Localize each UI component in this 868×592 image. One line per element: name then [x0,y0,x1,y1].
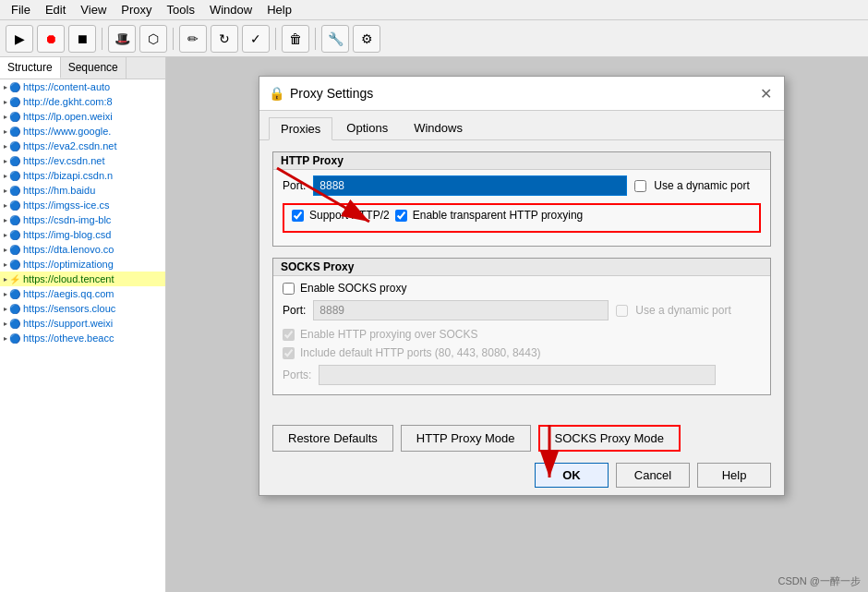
socks-proxy-label: SOCKS Proxy [273,259,770,276]
bottom-text: CSDN @一醉一步 [778,575,861,586]
include-default-ports-label: Include default HTTP ports (80, 443, 808… [300,346,541,359]
tab-sequence[interactable]: Sequence [61,57,127,79]
tab-options[interactable]: Options [334,116,400,139]
list-item[interactable]: ▸🔵https://bizapi.csdn.n [0,168,165,183]
list-item-highlighted[interactable]: ▸⚡https://cloud.tencent [0,272,165,286]
dialog-title: 🔒 Proxy Settings [269,86,373,101]
socks-port-label: Port: [283,304,306,317]
list-item[interactable]: ▸🔵https://img-blog.csd [0,227,165,242]
toolbar-sep-3 [275,28,276,50]
toolbar-btn-stop[interactable]: ⏹ [68,25,96,53]
list-item[interactable]: ▸🔵https://support.weixi [0,316,165,331]
list-item[interactable]: ▸🔵https://aegis.qq.com [0,286,165,301]
support-http2-row: Support HTTP/2 Enable transparent HTTP p… [292,209,752,222]
menu-file[interactable]: File [4,1,38,18]
toolbar-btn-check[interactable]: ✓ [242,25,270,53]
tab-structure[interactable]: Structure [0,57,61,79]
enable-socks-checkbox[interactable] [283,283,295,295]
menu-view[interactable]: View [73,1,114,18]
toolbar-btn-record-stop[interactable]: ⏺ [37,25,65,53]
ports-row: Ports: [283,365,761,385]
socks-proxy-body: Enable SOCKS proxy Port: Use a dynamic p… [273,276,770,394]
list-item[interactable]: ▸🔵https://imgss-ice.cs [0,198,165,212]
http-dynamic-port-checkbox[interactable] [634,180,646,192]
help-button[interactable]: Help [697,463,771,488]
tab-proxies[interactable]: Proxies [269,117,332,140]
toolbar-btn-settings[interactable]: 🔧 [321,25,349,53]
dialog-content: HTTP Proxy Port: Use a dynamic port [259,140,784,417]
list-item[interactable]: ▸🔵http://de.gkht.com:8 [0,94,165,109]
list-item[interactable]: ▸🔵https://hm.baidu [0,183,165,198]
bottom-bar: CSDN @一醉一步 [771,571,868,592]
socks-dynamic-port-checkbox[interactable] [616,305,628,317]
proxy-settings-dialog: 🔒 Proxy Settings ✕ Proxies Options Windo… [259,76,785,496]
sidebar: Structure Sequence ▸🔵https://content-aut… [0,57,166,592]
menu-tools[interactable]: Tools [160,1,202,18]
http-proxy-label: HTTP Proxy [273,152,770,170]
menu-window[interactable]: Window [202,1,259,18]
http-over-socks-row: Enable HTTP proxying over SOCKS [283,328,761,341]
http-proxy-body: Port: Use a dynamic port Support HTTP/2 [273,170,770,246]
list-item[interactable]: ▸🔵https://sensors.clouc [0,301,165,316]
http-dynamic-port-label: Use a dynamic port [654,179,749,192]
toolbar-btn-hex[interactable]: ⬡ [139,25,167,53]
menu-proxy[interactable]: Proxy [114,1,159,18]
dialog-title-icon: 🔒 [269,86,284,101]
socks-port-row: Port: Use a dynamic port [283,300,761,320]
list-item[interactable]: ▸🔵https://eva2.csdn.net [0,139,165,153]
dialog-titlebar: 🔒 Proxy Settings ✕ [259,77,784,111]
http-proxy-mode-button[interactable]: HTTP Proxy Mode [401,425,531,452]
list-item[interactable]: ▸🔵https://dta.lenovo.co [0,242,165,257]
list-item[interactable]: ▸🔵https://csdn-img-blc [0,212,165,227]
toolbar-btn-record-start[interactable]: ▶ [6,25,33,53]
include-default-ports-checkbox[interactable] [283,347,295,359]
menu-help[interactable]: Help [259,1,299,18]
toolbar-btn-refresh[interactable]: ↻ [211,25,238,53]
toolbar-sep-1 [102,28,102,50]
http-proxy-section: HTTP Proxy Port: Use a dynamic port [272,151,771,247]
content-area: 🔒 Proxy Settings ✕ Proxies Options Windo… [166,57,868,592]
toolbar-btn-edit[interactable]: ✏ [179,25,207,53]
dialog-title-text: Proxy Settings [290,86,373,101]
socks-proxy-section: SOCKS Proxy Enable SOCKS proxy Port: Use… [272,258,771,395]
ok-button[interactable]: OK [535,463,609,488]
http-over-socks-label: Enable HTTP proxying over SOCKS [300,328,478,341]
dialog-buttons-left: Restore Defaults HTTP Proxy Mode SOCKS P… [272,425,681,452]
close-button[interactable]: ✕ [756,84,775,103]
ports-input[interactable] [319,365,716,385]
sidebar-tabs: Structure Sequence [0,57,165,79]
enable-transparent-checkbox[interactable] [395,210,407,222]
support-http2-checkbox[interactable] [292,210,304,222]
list-item[interactable]: ▸🔵https://www.google. [0,124,165,139]
dialog-ok-buttons: OK Cancel Help [259,459,784,495]
enable-socks-row: Enable SOCKS proxy [283,282,761,295]
support-http2-label: Support HTTP/2 [309,209,390,222]
http-port-row: Port: Use a dynamic port [283,175,761,196]
toolbar-sep-4 [315,28,316,50]
http-options-highlight: Support HTTP/2 Enable transparent HTTP p… [283,203,761,233]
menu-edit[interactable]: Edit [38,1,73,18]
list-item[interactable]: ▸🔵https://lp.open.weixi [0,109,165,124]
list-item[interactable]: ▸🔵https://ev.csdn.net [0,153,165,168]
socks-dynamic-port-label: Use a dynamic port [635,304,730,317]
toolbar-btn-delete[interactable]: 🗑 [282,25,309,53]
toolbar: ▶ ⏺ ⏹ 🎩 ⬡ ✏ ↻ ✓ 🗑 🔧 ⚙ [0,20,868,57]
tab-windows[interactable]: Windows [402,116,475,139]
dialog-tabs: Proxies Options Windows [259,111,784,140]
dialog-action-buttons: Restore Defaults HTTP Proxy Mode SOCKS P… [259,417,784,459]
menubar: File Edit View Proxy Tools Window Help [0,0,868,20]
list-item[interactable]: ▸🔵https://content-auto [0,79,165,94]
toolbar-btn-hat[interactable]: 🎩 [108,25,136,53]
enable-transparent-label: Enable transparent HTTP proxying [413,209,584,222]
socks-port-input[interactable] [313,300,609,320]
http-over-socks-checkbox[interactable] [283,329,295,341]
ports-label: Ports: [283,368,311,381]
restore-defaults-button[interactable]: Restore Defaults [272,425,393,452]
cancel-button[interactable]: Cancel [616,463,690,488]
http-port-input[interactable] [313,175,627,196]
toolbar-btn-gear[interactable]: ⚙ [353,25,380,53]
list-item[interactable]: ▸🔵https://optimizationg [0,257,165,272]
http-port-label: Port: [283,179,306,192]
socks-proxy-mode-button[interactable]: SOCKS Proxy Mode [538,425,681,452]
list-item[interactable]: ▸🔵https://otheve.beacc [0,331,165,345]
